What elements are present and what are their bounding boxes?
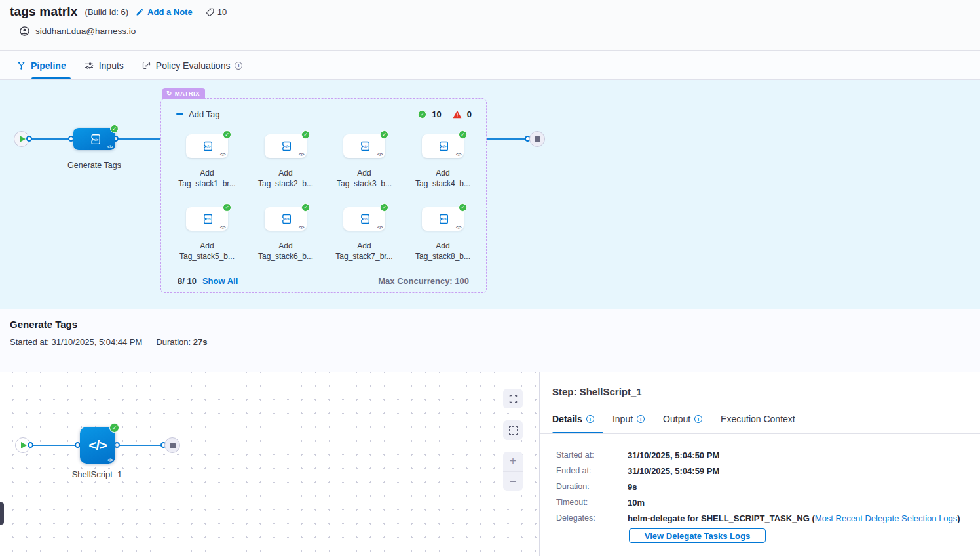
code-icon (107, 144, 113, 149)
svg-text:</>: </> (442, 217, 447, 221)
matrix-step-node[interactable]: </> (186, 207, 228, 231)
svg-text:</>: </> (206, 217, 211, 221)
user-row: siddhant.dua@harness.io (19, 26, 136, 37)
title-row: tags matrix (Build Id: 6) Add a Note 10 (10, 5, 227, 19)
edge-line (116, 445, 164, 446)
code-icon (299, 225, 304, 229)
matrix-step-node[interactable]: </> (265, 207, 307, 231)
tag-count: 10 (205, 7, 227, 17)
delegate-selection-logs-link[interactable]: Most Recent Delegate Selection Logs (815, 513, 958, 523)
shellscript-label[interactable]: ShellScript_1 (51, 469, 143, 479)
tab-pipeline[interactable]: Pipeline (16, 60, 66, 71)
svg-text:</>: </> (284, 217, 290, 221)
tab-execution-context[interactable]: Execution Context (721, 414, 795, 424)
matrix-group-title[interactable]: Add Tag (189, 109, 219, 119)
play-icon (21, 442, 27, 448)
pipeline-icon (16, 60, 26, 70)
edge-line (487, 138, 529, 140)
panel-title: Step: ShellScript_1 (552, 386, 642, 397)
loop-icon (166, 90, 172, 97)
step-canvas[interactable]: ShellScript_1 + − (0, 372, 540, 556)
app: tags matrix (Build Id: 6) Add a Note 10 … (0, 0, 980, 556)
info-icon[interactable] (637, 415, 645, 423)
field-delegates: Delegates: helm-delegate for SHELL_SCRIP… (556, 513, 960, 523)
field-ended-at: Ended at: 31/10/2025, 5:04:59 PM (556, 466, 719, 476)
success-badge (380, 130, 388, 139)
add-note-button[interactable]: Add a Note (136, 7, 193, 17)
success-badge (223, 203, 231, 212)
inputs-icon (84, 60, 94, 71)
matrix-step-label[interactable]: AddTag_stack5_b... (168, 241, 246, 262)
shell-script-icon: </> (200, 140, 214, 153)
success-badge (459, 203, 467, 212)
show-all-link[interactable]: Show All (202, 276, 238, 286)
matrix-step-node[interactable]: </> (343, 134, 385, 158)
generate-tags-label[interactable]: Generate Tags (52, 161, 137, 170)
svg-text:</>: </> (442, 144, 447, 148)
build-id: (Build Id: 6) (85, 7, 128, 17)
code-icon (220, 225, 225, 229)
tab-output[interactable]: Output (663, 414, 702, 424)
summary-meta: Started at: 31/10/2025, 5:04:44 PM Durat… (10, 337, 207, 347)
matrix-footer: 8/ 10 Show All Max Concurrency: 100 (178, 273, 469, 288)
tab-inputs[interactable]: Inputs (84, 60, 124, 71)
tab-policy-evaluations[interactable]: Policy Evaluations (141, 60, 243, 71)
info-icon[interactable] (235, 62, 242, 70)
matrix-step-label[interactable]: AddTag_stack2_b... (246, 168, 325, 189)
fit-to-screen-button[interactable] (503, 389, 523, 408)
divider (447, 109, 447, 119)
pipeline-end-node[interactable] (529, 131, 545, 147)
matrix-step-node[interactable]: </> (265, 134, 307, 158)
matrix-step-label[interactable]: AddTag_stack1_br... (168, 168, 246, 189)
stop-icon (170, 443, 176, 448)
tab-details[interactable]: Details (552, 414, 594, 424)
field-timeout: Timeout: 10m (556, 498, 645, 507)
svg-text:</>: </> (284, 144, 290, 148)
svg-text:</>: </> (93, 137, 99, 141)
shown-count: 8/ 10 (178, 276, 197, 286)
shell-script-icon: </> (200, 212, 214, 226)
matrix-header: Add Tag 10 0 (176, 108, 472, 121)
matrix-step-label[interactable]: AddTag_stack8_b... (404, 241, 482, 262)
field-started-at: Started at: 31/10/2025, 5:04:50 PM (556, 450, 719, 460)
matrix-step-node[interactable]: </> (422, 134, 464, 158)
code-icon (88, 437, 106, 453)
zoom-in-button[interactable]: + (503, 452, 523, 471)
code-icon (456, 225, 461, 229)
step-details-panel: Step: ShellScript_1 Details Input Output… (540, 372, 980, 556)
shell-script-icon: </> (436, 212, 449, 226)
matrix-step-label[interactable]: AddTag_stack3_b... (325, 168, 404, 189)
zoom-out-button[interactable]: − (503, 471, 523, 492)
matrix-step-label[interactable]: AddTag_stack4_b... (404, 168, 482, 189)
generate-tags-node[interactable]: </> (73, 128, 115, 150)
tag-icon (205, 7, 215, 17)
shell-script-icon: </> (279, 212, 292, 226)
marquee-select-button[interactable] (503, 420, 523, 440)
matrix-step-node[interactable]: </> (186, 134, 228, 158)
view-delegate-tasks-logs-button[interactable]: View Delegate Tasks Logs (629, 528, 766, 543)
divider (149, 338, 149, 347)
svg-text:</>: </> (363, 144, 368, 148)
matrix-group: MATRIX Add Tag 10 0 </> </> </> </> AddT… (160, 98, 487, 293)
shellscript-node[interactable] (80, 427, 115, 464)
info-icon[interactable] (694, 415, 702, 423)
step-summary: Generate Tags Started at: 31/10/2025, 5:… (0, 309, 980, 372)
drawer-handle[interactable] (0, 502, 4, 525)
code-icon (107, 458, 113, 462)
divider (176, 269, 472, 269)
info-icon[interactable] (586, 415, 594, 423)
page-title: tags matrix (10, 5, 78, 19)
matrix-step-node[interactable]: </> (422, 207, 464, 231)
header: tags matrix (Build Id: 6) Add a Note 10 … (0, 0, 980, 51)
policy-check-icon (141, 60, 151, 70)
canvas-end-node[interactable] (164, 437, 180, 453)
matrix-step-node[interactable]: </> (343, 207, 385, 231)
tab-input[interactable]: Input (612, 414, 645, 424)
matrix-step-label[interactable]: AddTag_stack6_b... (246, 241, 325, 262)
matrix-step-label[interactable]: AddTag_stack7_br... (325, 241, 404, 262)
active-tab-underline (31, 77, 71, 79)
matrix-counts: 10 0 (418, 109, 472, 119)
collapse-icon[interactable] (176, 110, 183, 118)
edge-line (31, 445, 80, 446)
success-badge (301, 130, 310, 139)
